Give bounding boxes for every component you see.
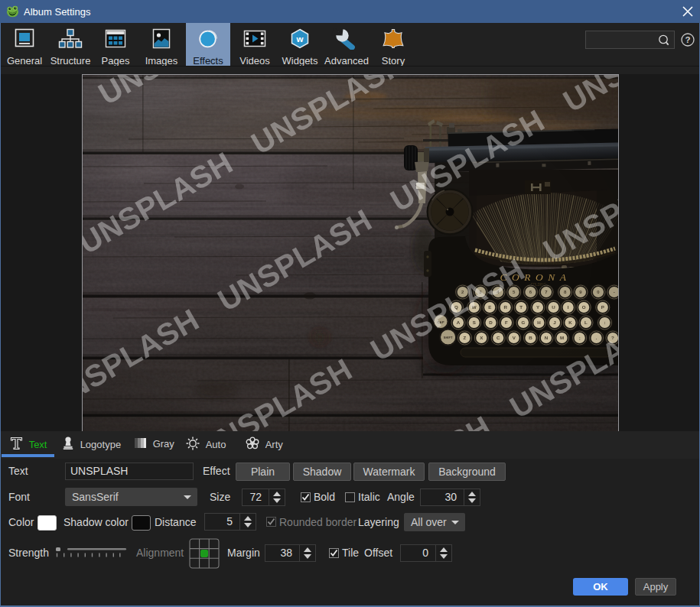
svg-text:?: ? xyxy=(685,35,690,44)
svg-text:w: w xyxy=(296,34,304,44)
